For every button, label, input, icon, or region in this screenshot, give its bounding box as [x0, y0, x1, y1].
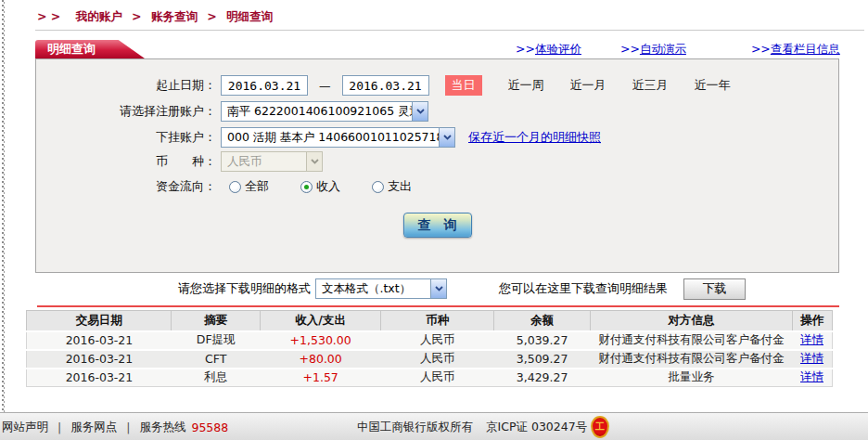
view-column-info-link[interactable]: >>查看栏目信息	[751, 42, 840, 56]
registered-account-label: 请选择注册账户：	[36, 103, 216, 120]
cell-summary: CFT	[172, 350, 261, 369]
cell-date: 2016-03-21	[27, 350, 172, 369]
col-header-date: 交易日期	[27, 311, 172, 331]
col-header-amount: 收入/支出	[260, 311, 380, 331]
footer-copyright: 中国工商银行版权所有 京ICP证 030247号	[357, 413, 587, 440]
breadcrumb-item-detail-query[interactable]: 明细查询	[226, 9, 273, 23]
service-outlets-link[interactable]: 服务网点	[70, 420, 117, 435]
registered-account-value: 南平 6222001406100921065 灵通卡	[222, 104, 412, 120]
icbc-badge-icon: 工	[591, 416, 609, 438]
cell-balance: 3,429.27	[493, 369, 590, 387]
cell-date: 2016-03-21	[27, 331, 172, 350]
date-from-input[interactable]	[221, 75, 308, 96]
sub-account-row: 下挂账户： 000 活期 基本户 1406600101102571848 保存近…	[36, 127, 838, 148]
cell-date: 2016-03-21	[27, 369, 172, 387]
copyright-text: 中国工商银行版权所有	[357, 420, 473, 435]
hotline-label: 服务热线	[139, 420, 185, 435]
breadcrumb: > > 我的账户 > 账务查询 > 明细查询	[37, 9, 273, 25]
fund-flow-row: 资金流向： 全部 收入 支出	[36, 178, 838, 195]
col-header-balance: 余额	[493, 311, 590, 331]
range-last-week-button[interactable]: 近一周	[508, 77, 544, 94]
breadcrumb-separator: >	[207, 9, 216, 23]
save-monthly-snapshot-link[interactable]: 保存近一个月的明细快照	[468, 129, 601, 146]
table-header-row: 交易日期 摘要 收入/支出 币种 余额 对方信息 操作	[27, 311, 833, 331]
cell-balance: 5,039.27	[493, 331, 590, 350]
currency-select-disabled: 人民币	[221, 151, 323, 172]
header-links: >>体验评价 >>自动演示 >>查看栏目信息	[516, 42, 840, 58]
download-format-select[interactable]: 文本格式（.txt）	[315, 278, 447, 299]
cell-amount: +80.00	[260, 350, 380, 369]
cell-counterparty: 批量业务	[591, 369, 792, 387]
range-last-month-button[interactable]: 近一月	[570, 77, 606, 94]
sub-account-value: 000 活期 基本户 1406600101102571848	[222, 130, 439, 146]
radio-flow-all[interactable]: 全部	[229, 178, 269, 195]
col-header-action: 操作	[792, 311, 832, 331]
registered-account-select[interactable]: 南平 6222001406100921065 灵通卡	[221, 101, 428, 122]
chevron-down-icon	[439, 128, 454, 147]
detail-link[interactable]: 详情	[800, 351, 823, 365]
cell-currency: 人民币	[381, 331, 494, 350]
currency-row: 币 种： 人民币	[36, 151, 838, 172]
cell-summary: DF提现	[172, 331, 261, 350]
query-form-panel: 起止日期： — 当日 近一周 近一月 近三月 近一年 请选择注册账户： 南平 6…	[35, 58, 839, 273]
query-button[interactable]: 查 询	[403, 213, 472, 238]
currency-value: 人民币	[222, 154, 306, 170]
download-button[interactable]: 下载	[683, 278, 746, 300]
cell-summary: 利息	[172, 369, 261, 387]
cell-counterparty: 财付通支付科技有限公司客户备付金	[591, 350, 792, 369]
radio-flow-income[interactable]: 收入	[300, 178, 340, 195]
date-to-input[interactable]	[342, 75, 429, 96]
site-statement-link[interactable]: 网站声明	[2, 420, 48, 435]
breadcrumb-divider	[35, 30, 864, 31]
cell-currency: 人民币	[381, 369, 494, 387]
date-range-separator: —	[319, 79, 331, 93]
radio-icon	[300, 181, 313, 193]
cell-counterparty: 财付通支付科技有限公司客户备付金	[591, 331, 792, 350]
download-format-label: 请您选择下载明细的格式	[178, 280, 311, 297]
breadcrumb-item-account-query[interactable]: 账务查询	[151, 9, 198, 23]
download-result-label: 您可以在这里下载查询明细结果	[499, 280, 668, 297]
radio-flow-expense[interactable]: 支出	[372, 178, 412, 195]
date-range-row: 起止日期： — 当日 近一周 近一月 近三月 近一年	[36, 75, 838, 96]
registered-account-row: 请选择注册账户： 南平 6222001406100921065 灵通卡	[36, 101, 838, 122]
breadcrumb-separator: >	[132, 9, 141, 23]
range-last-year-button[interactable]: 近一年	[695, 77, 731, 94]
table-top-divider	[37, 305, 839, 307]
radio-icon	[229, 181, 241, 193]
col-header-currency: 币种	[381, 311, 494, 331]
experience-rating-link[interactable]: >>体验评价	[516, 42, 581, 56]
query-button-row: 查 询	[36, 213, 838, 238]
col-header-counterparty: 对方信息	[591, 311, 792, 331]
icp-license: 京ICP证 030247号	[486, 420, 587, 435]
today-quick-button[interactable]: 当日	[445, 75, 482, 96]
chevron-down-icon	[430, 279, 446, 298]
range-last-3-months-button[interactable]: 近三月	[632, 77, 669, 94]
chevron-down-icon	[306, 152, 322, 171]
detail-link[interactable]: 详情	[800, 332, 823, 346]
footer-left-links: 网站声明 | 服务网点 | 服务热线 95588	[2, 413, 228, 440]
transaction-table: 交易日期 摘要 收入/支出 币种 余额 对方信息 操作 2016-03-21 D…	[26, 310, 833, 387]
hotline-number: 95588	[191, 421, 228, 434]
cell-currency: 人民币	[381, 350, 494, 369]
footer: 网站声明 | 服务网点 | 服务热线 95588 中国工商银行版权所有 京ICP…	[0, 412, 868, 440]
date-range-label: 起止日期：	[36, 77, 216, 94]
table-row: 2016-03-21 利息 +1.57 人民币 3,429.27 批量业务 详情	[27, 369, 833, 387]
auto-demo-link[interactable]: >>自动演示	[620, 42, 686, 56]
sub-account-select[interactable]: 000 活期 基本户 1406600101102571848	[221, 127, 455, 148]
cell-amount: +1,530.00	[260, 331, 380, 350]
download-section: 请您选择下载明细的格式 文本格式（.txt） 您可以在这里下载查询明细结果 下载	[0, 275, 868, 303]
radio-icon	[372, 181, 384, 193]
chevron-down-icon	[412, 102, 428, 121]
breadcrumb-prefix: > >	[37, 9, 60, 23]
currency-label: 币 种：	[36, 153, 216, 170]
col-header-summary: 摘要	[172, 311, 261, 331]
tab-detail-query: 明细查询	[35, 40, 145, 58]
breadcrumb-item-my-account[interactable]: 我的账户	[76, 9, 122, 23]
download-format-value: 文本格式（.txt）	[316, 281, 430, 297]
table-row: 2016-03-21 DF提现 +1,530.00 人民币 5,039.27 财…	[27, 331, 833, 350]
cell-amount: +1.57	[260, 369, 380, 387]
page-edge-decoration	[2, 0, 5, 412]
sub-account-label: 下挂账户：	[36, 129, 216, 146]
table-row: 2016-03-21 CFT +80.00 人民币 3,509.27 财付通支付…	[27, 350, 833, 369]
detail-link[interactable]: 详情	[800, 369, 823, 383]
